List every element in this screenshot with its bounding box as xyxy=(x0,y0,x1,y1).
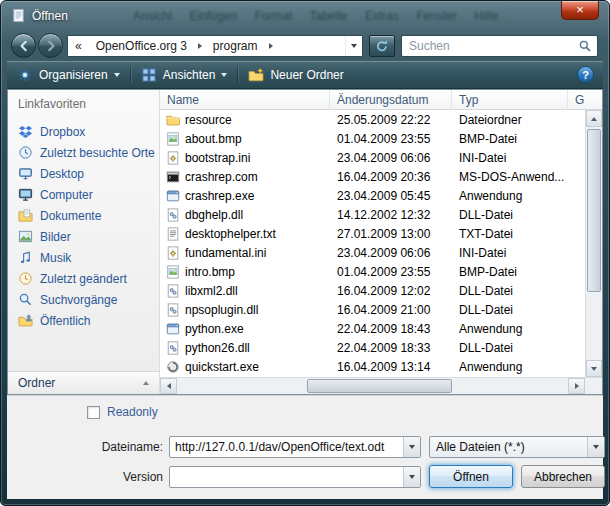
document-icon xyxy=(11,8,26,23)
readonly-checkbox[interactable] xyxy=(87,406,100,419)
ini-icon xyxy=(166,246,180,260)
content-area: Linkfavoriten Dropbox Zuletzt besuchte O… xyxy=(7,89,603,395)
search-input[interactable] xyxy=(402,39,573,53)
scrollbar-corner xyxy=(585,378,602,394)
table-row[interactable]: dbghelp.dll 14.12.2002 12:32 DLL-Datei xyxy=(160,205,602,224)
table-row[interactable]: intro.bmp 01.04.2009 23:55 BMP-Datei xyxy=(160,262,602,281)
sidebar-item-musik[interactable]: Musik xyxy=(8,247,159,268)
column-header-name[interactable]: Name xyxy=(160,90,330,109)
table-row[interactable]: about.bmp 01.04.2009 23:55 BMP-Datei xyxy=(160,129,602,148)
recent-icon xyxy=(18,145,33,160)
titlebar: Öffnen Ansicht Einfügen Format Tabelle E… xyxy=(1,1,609,31)
folder-icon xyxy=(166,113,180,127)
version-label: Version xyxy=(7,470,163,484)
close-icon: × xyxy=(576,2,584,17)
pictures-icon xyxy=(18,229,33,244)
sidebar-item-dropbox[interactable]: Dropbox xyxy=(8,121,159,142)
filetype-select[interactable]: Alle Dateien (*.*) xyxy=(429,436,605,458)
search-box xyxy=(401,35,598,57)
table-row[interactable]: crashrep.exe 23.04.2009 05:45 Anwendung xyxy=(160,186,602,205)
table-row[interactable]: desktophelper.txt 27.01.2009 13:00 TXT-D… xyxy=(160,224,602,243)
window-title: Öffnen xyxy=(32,9,68,23)
msdos-icon xyxy=(166,170,180,184)
chevron-right-icon[interactable] xyxy=(194,36,206,56)
sidebar-item-desktop[interactable]: Desktop xyxy=(8,163,159,184)
horizontal-scrollbar-thumb[interactable] xyxy=(307,379,452,393)
organize-button[interactable]: Organisieren xyxy=(7,61,130,88)
sidebar-item-bilder[interactable]: Bilder xyxy=(8,226,159,247)
filename-dropdown-button[interactable] xyxy=(403,437,420,457)
filetype-value: Alle Dateien (*.*) xyxy=(430,437,587,457)
glass-background-text: Ansicht Einfügen Format Tabelle Extras F… xyxy=(133,9,537,23)
breadcrumb-segment-openoffice-org-3[interactable]: OpenOffice.org 3 xyxy=(89,36,194,56)
breadcrumb-history-dropdown[interactable] xyxy=(345,36,362,56)
horizontal-scrollbar[interactable] xyxy=(160,377,602,394)
close-button[interactable]: × xyxy=(561,1,599,20)
breadcrumb-segment-program[interactable]: program xyxy=(206,36,265,56)
filename-combobox xyxy=(169,436,421,458)
version-select[interactable] xyxy=(169,466,421,488)
horizontal-scroll-track[interactable] xyxy=(177,378,568,394)
cancel-button[interactable]: Abbrechen xyxy=(521,465,605,488)
table-row[interactable]: python26.dll 22.04.2009 18:33 DLL-Datei xyxy=(160,338,602,357)
refresh-button[interactable] xyxy=(369,35,395,57)
ini-icon xyxy=(166,151,180,165)
scroll-up-button[interactable] xyxy=(586,110,602,127)
table-row[interactable]: npsoplugin.dll 16.04.2009 21:00 DLL-Date… xyxy=(160,300,602,319)
chevron-right-icon[interactable] xyxy=(265,36,277,56)
sidebar-item-zuletzt-besuchte-orte[interactable]: Zuletzt besuchte Orte xyxy=(8,142,159,163)
table-row[interactable]: libxml2.dll 16.04.2009 12:02 DLL-Datei xyxy=(160,281,602,300)
txt-icon xyxy=(166,227,180,241)
vertical-scrollbar[interactable] xyxy=(585,110,602,377)
scroll-down-button[interactable] xyxy=(586,360,602,377)
table-row[interactable]: resource 25.05.2009 22:22 Dateiordner xyxy=(160,110,602,129)
table-row[interactable]: bootstrap.ini 23.04.2009 06:06 INI-Datei xyxy=(160,148,602,167)
searches-icon xyxy=(18,292,33,307)
version-value xyxy=(170,467,403,487)
version-dropdown-button[interactable] xyxy=(403,467,420,487)
dll-icon xyxy=(166,284,180,298)
quickstart-icon xyxy=(166,360,180,374)
sidebar-item-offentlich[interactable]: Öffentlich xyxy=(8,310,159,331)
bmp-icon xyxy=(166,265,180,279)
column-header-size[interactable]: G xyxy=(568,90,602,109)
dropbox-icon xyxy=(18,124,33,139)
computer-icon xyxy=(18,187,33,202)
scroll-left-button[interactable] xyxy=(160,378,177,394)
back-button[interactable] xyxy=(11,33,36,58)
new-folder-button[interactable]: Neuer Ordner xyxy=(238,61,353,88)
file-list: Name Änderungsdatum Typ G resource 25.05… xyxy=(160,90,602,394)
help-icon: ? xyxy=(582,69,589,81)
open-button[interactable]: Öffnen xyxy=(429,465,513,488)
dll-icon xyxy=(166,341,180,355)
vertical-scroll-track[interactable] xyxy=(586,127,602,360)
filetype-dropdown-button[interactable] xyxy=(587,437,604,457)
scroll-right-button[interactable] xyxy=(568,378,585,394)
column-header-modified[interactable]: Änderungsdatum xyxy=(330,90,452,109)
sidebar-item-computer[interactable]: Computer xyxy=(8,184,159,205)
table-row[interactable]: fundamental.ini 23.04.2009 06:06 INI-Dat… xyxy=(160,243,602,262)
views-button[interactable]: Ansichten xyxy=(131,61,238,88)
list-header: Name Änderungsdatum Typ G xyxy=(160,90,602,110)
dll-icon xyxy=(166,303,180,317)
sidebar-item-dokumente[interactable]: Dokumente xyxy=(8,205,159,226)
column-header-type[interactable]: Typ xyxy=(452,90,568,109)
sidebar-item-zuletzt-geandert[interactable]: Zuletzt geändert xyxy=(8,268,159,289)
breadcrumb-collapse-button[interactable]: « xyxy=(68,36,89,56)
folders-band[interactable]: Ordner xyxy=(8,371,159,394)
filename-input[interactable] xyxy=(170,437,403,457)
vertical-scrollbar-thumb[interactable] xyxy=(587,129,601,292)
refresh-icon xyxy=(375,39,389,53)
public-icon xyxy=(18,313,33,328)
search-icon xyxy=(573,39,597,53)
filename-label: Dateiname: xyxy=(7,440,163,454)
help-button[interactable]: ? xyxy=(577,66,594,83)
forward-button[interactable] xyxy=(38,33,63,58)
table-row[interactable]: crashrep.com 16.04.2009 20:36 MS-DOS-Anw… xyxy=(160,167,602,186)
readonly-label[interactable]: Readonly xyxy=(107,405,158,419)
desktop-icon xyxy=(18,166,33,181)
sidebar-item-suchvorgange[interactable]: Suchvorgänge xyxy=(8,289,159,310)
table-row[interactable]: quickstart.exe 16.04.2009 13:14 Anwendun… xyxy=(160,357,602,376)
chevron-up-icon xyxy=(143,381,149,385)
table-row[interactable]: python.exe 22.04.2009 18:43 Anwendung xyxy=(160,319,602,338)
